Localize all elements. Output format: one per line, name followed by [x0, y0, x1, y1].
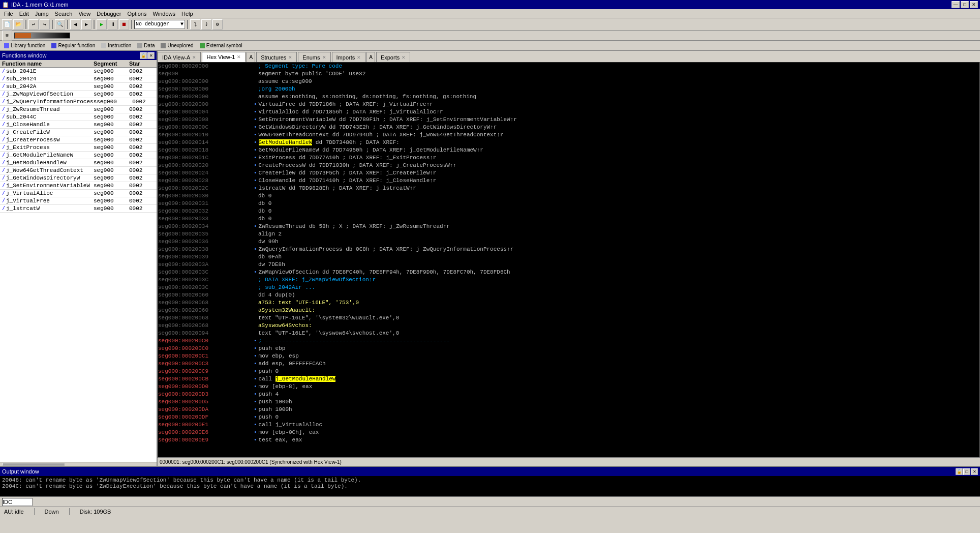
code-line[interactable]: seg000:00020094 text "UTF-16LE", '\syswo… [158, 330, 979, 337]
menu-item-windows[interactable]: Windows [149, 10, 178, 17]
new-button[interactable]: 📄 [2, 19, 12, 29]
open-button[interactable]: 📂 [13, 19, 23, 29]
functions-horizontal-scrollbar[interactable] [0, 462, 157, 466]
tab-imports[interactable]: Imports✕ [332, 52, 366, 62]
step-into-button[interactable]: ⤵ [190, 19, 200, 29]
tab-close-icon[interactable]: ✕ [288, 55, 292, 60]
function-row[interactable]: /sub_2041E seg000 0002 [0, 68, 157, 75]
output-lock-button[interactable]: 🔓 [956, 468, 963, 475]
code-line[interactable]: seg000:00020018 • GetModuleFileNameW dd … [158, 146, 979, 154]
tb2-btn1[interactable]: ⊞ [2, 31, 12, 41]
code-line[interactable]: seg000:00020024 • CreateFileW dd 7DD73F5… [158, 169, 979, 177]
tab-exports[interactable]: Exports✕ [376, 52, 410, 62]
function-row[interactable]: /j_SetEnvironmentVariableW seg000 0002 [0, 182, 157, 190]
code-line[interactable]: seg000:00020034 • ZwResumeThread db 58h … [158, 223, 979, 230]
function-row[interactable]: /sub_2044C seg000 0002 [0, 113, 157, 121]
code-line[interactable]: seg000:00020000 ; Segment type: Pure cod… [158, 63, 979, 70]
function-row[interactable]: /sub_20424 seg000 0002 [0, 75, 157, 83]
function-row[interactable]: /j_CreateFileW seg000 0002 [0, 129, 157, 136]
code-line[interactable]: seg000:00020000 assume es:nothing, ss:no… [158, 93, 979, 101]
search-button[interactable]: 🔍 [55, 19, 65, 29]
code-line[interactable]: seg000:00020033 db 0 [158, 215, 979, 223]
tab-close-icon[interactable]: ✕ [402, 55, 406, 60]
menu-item-options[interactable]: Options [124, 10, 149, 17]
output-content[interactable]: 20048: can't rename byte as 'ZwUnmapView… [0, 476, 980, 496]
forward-button[interactable]: ▶ [81, 19, 91, 29]
function-row[interactable]: /j_VirtualFree seg000 0002 [0, 197, 157, 205]
run-button[interactable]: ▶ [97, 19, 107, 29]
code-line[interactable]: seg000:000200C0 • ; --------------------… [158, 337, 979, 345]
tab-close-icon[interactable]: ✕ [357, 55, 361, 60]
code-line[interactable]: seg000:00020014 • GetModuleHandleW dd 7D… [158, 139, 979, 146]
code-line[interactable]: seg000:00020036 dw 99h [158, 238, 979, 246]
code-line[interactable]: seg000:0002003A dw 7DE8h [158, 261, 979, 269]
code-line[interactable]: seg000:0002002C • lstrcatW dd 7DD9828Eh … [158, 185, 979, 192]
code-line[interactable]: seg000:00020028 • CloseHandle dd 7DD7141… [158, 177, 979, 185]
menu-item-jump[interactable]: Jump [32, 10, 52, 17]
code-line[interactable]: seg000:00020008 • SetEnvironmentVariable… [158, 116, 979, 124]
code-line[interactable]: seg000:000200E6 • mov [ebp-0Ch], eax [158, 429, 979, 436]
tab-close-icon[interactable]: ✕ [322, 55, 326, 60]
function-row[interactable]: /j_CreateProcessW seg000 0002 [0, 136, 157, 144]
menu-item-edit[interactable]: Edit [16, 10, 32, 17]
code-line[interactable]: seg000:0002003C ; sub_2042Air ... [158, 284, 979, 291]
functions-list[interactable]: /sub_2041E seg000 0002 /sub_20424 seg000… [0, 68, 157, 462]
code-line[interactable]: seg000:000200D5 • push 1000h [158, 398, 979, 406]
code-line[interactable]: seg000:000200E1 • call j_VirtualAlloc [158, 421, 979, 429]
code-line[interactable]: seg000:0002003C ; DATA XREF: j_ZwMapView… [158, 276, 979, 284]
output-maximize-button[interactable]: □ [963, 468, 970, 475]
code-line[interactable]: seg000:000200CB • call j_GetModuleHandle… [158, 375, 979, 383]
maximize-button[interactable]: □ [961, 1, 969, 8]
code-line[interactable]: seg000:00020060 dd 4 dup(0) [158, 291, 979, 299]
code-line[interactable]: seg000:00020004 • VirtualAlloc dd 7DD718… [158, 108, 979, 116]
code-line[interactable]: seg000:000200C3 • add esp, 0FFFFFFCACh [158, 360, 979, 368]
redo-button[interactable]: ↪ [40, 19, 50, 29]
code-line[interactable]: seg000:00020000 • VirtualFree dd 7DD7186… [158, 101, 979, 108]
back-button[interactable]: ◀ [70, 19, 80, 29]
settings-button[interactable]: ⚙ [212, 19, 223, 29]
code-line[interactable]: seg000:000200C9 • push 0 [158, 368, 979, 375]
function-row[interactable]: /sub_2042A seg000 0002 [0, 83, 157, 91]
menu-item-file[interactable]: File [1, 10, 16, 17]
tab-a[interactable]: A [247, 52, 255, 62]
code-line[interactable]: seg000:00020000 assume cs:seg000 [158, 78, 979, 85]
function-row[interactable]: /j_ExitProcess seg000 0002 [0, 144, 157, 152]
tab-close-icon[interactable]: ✕ [237, 54, 241, 60]
stop-button[interactable]: ⏹ [119, 19, 129, 29]
undo-button[interactable]: ↩ [28, 19, 39, 29]
output-close-button[interactable]: ✕ [971, 468, 978, 475]
code-line[interactable]: seg000:00020035 align 2 [158, 230, 979, 238]
code-line[interactable]: seg000:0002003C • ZwMapViewOfSection dd … [158, 269, 979, 276]
code-line[interactable]: seg000:00020068 a753: text "UTF-16LE", '… [158, 299, 979, 307]
code-line[interactable]: seg000:000200E9 • test eax, eax [158, 436, 979, 444]
functions-panel-lock-button[interactable]: 🔓 [140, 52, 147, 59]
code-line[interactable]: seg000:000200D3 • push 4 [158, 391, 979, 398]
tab-ida-view-a[interactable]: IDA View-A✕ [158, 52, 201, 62]
function-row[interactable]: /j_ZwResumeThread seg000 0002 [0, 106, 157, 113]
tab-close-icon[interactable]: ✕ [192, 55, 196, 60]
menu-item-view[interactable]: View [75, 10, 94, 17]
function-row[interactable]: /j_GetWindowsDirectoryW seg000 0002 [0, 174, 157, 182]
tab-a[interactable]: A [366, 52, 375, 62]
output-command-input[interactable] [2, 498, 33, 506]
code-line[interactable]: seg000:00020068 text "UTF-16LE", '\syste… [158, 314, 979, 322]
tab-structures[interactable]: Structures✕ [256, 52, 297, 62]
function-row[interactable]: /j_VirtualAlloc seg000 0002 [0, 190, 157, 197]
code-line[interactable]: seg000 segment byte public 'CODE' use32 [158, 70, 979, 78]
function-row[interactable]: /j_ZwQueryInformationProcess seg000 0002 [0, 98, 157, 106]
debugger-dropdown[interactable]: No debugger ▼ [134, 20, 185, 29]
function-row[interactable]: /j_GetModuleHandleW seg000 0002 [0, 159, 157, 167]
minimize-button[interactable]: — [952, 1, 960, 8]
code-line[interactable]: seg000:00020020 • CreateProcessW dd 7DD7… [158, 162, 979, 169]
function-row[interactable]: /j_ZwMapViewOfSection seg000 0002 [0, 91, 157, 98]
step-over-button[interactable]: ⤸ [201, 19, 211, 29]
code-line[interactable]: seg000:000200C0 • push ebp [158, 345, 979, 352]
code-line[interactable]: seg000:0002000C • GetWindowsDirectoryW d… [158, 124, 979, 131]
code-line[interactable]: seg000:00020060 aSystem32Wuauclt: [158, 307, 979, 314]
function-row[interactable]: /j_CloseHandle seg000 0002 [0, 121, 157, 129]
code-line[interactable]: seg000:00020032 db 0 [158, 208, 979, 215]
code-line[interactable]: seg000:000200DF • push 0 [158, 413, 979, 421]
code-line[interactable]: seg000:00020030 db 0 [158, 192, 979, 200]
code-line[interactable]: seg000:00020000 ;org 20000h [158, 85, 979, 93]
menu-item-search[interactable]: Search [52, 10, 76, 17]
